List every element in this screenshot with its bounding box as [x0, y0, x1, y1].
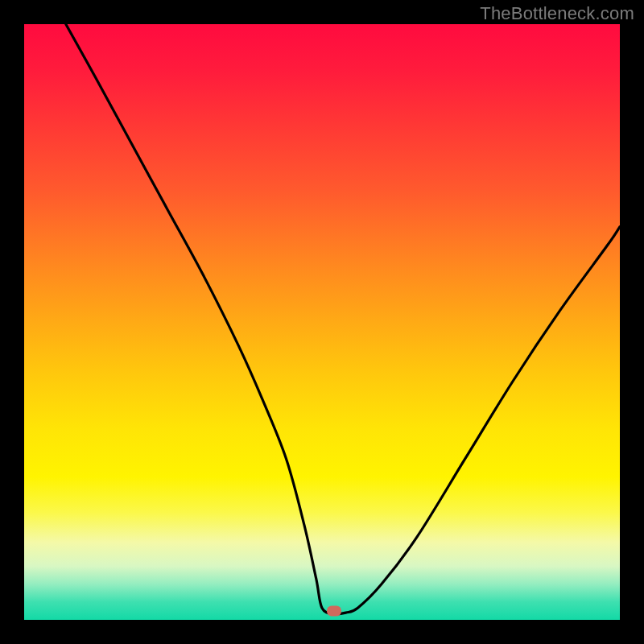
- watermark-text: TheBottleneck.com: [480, 3, 634, 24]
- bottleneck-curve-path: [66, 24, 620, 614]
- optimal-point-marker: [327, 605, 341, 616]
- chart-frame: TheBottleneck.com: [0, 0, 644, 644]
- curve-layer: [24, 24, 620, 620]
- plot-area: [24, 24, 620, 620]
